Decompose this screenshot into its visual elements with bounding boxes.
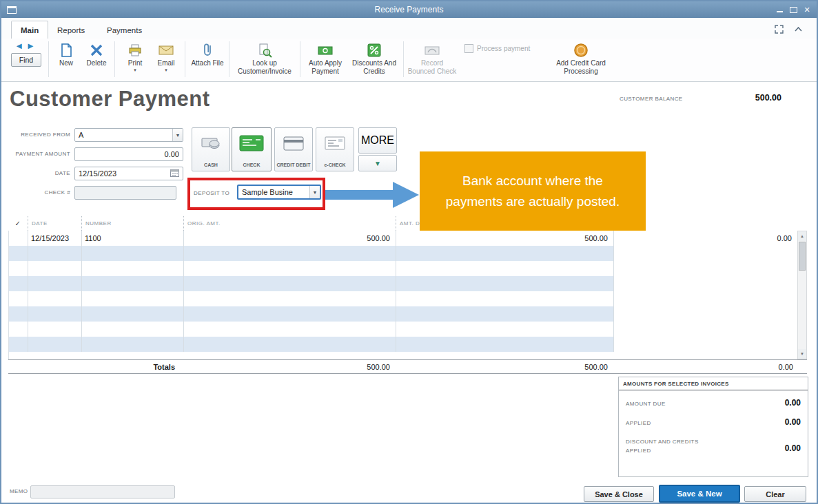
save-new-button[interactable]: Save & New bbox=[659, 485, 740, 503]
echeck-icon bbox=[316, 132, 354, 154]
chevron-down-icon: ▼ bbox=[374, 160, 381, 167]
tab-main[interactable]: Main bbox=[11, 21, 48, 39]
payment-amount-field[interactable]: 0.00 bbox=[74, 147, 183, 161]
invoice-row-1[interactable]: 12/15/2023 1100 500.00 500.00 0.00 bbox=[9, 231, 798, 246]
payment-amount-label: PAYMENT AMOUNT bbox=[1, 151, 70, 157]
toolbar-divider bbox=[185, 41, 185, 77]
process-payment-checkbox[interactable] bbox=[464, 44, 473, 53]
tab-main-label: Main bbox=[21, 26, 39, 34]
tab-payments-label: Payments bbox=[107, 26, 142, 34]
auto-apply-payment-icon bbox=[318, 41, 333, 59]
maximize-button[interactable] bbox=[786, 1, 800, 18]
date-column-header[interactable]: DATE bbox=[28, 216, 81, 231]
new-button[interactable]: New bbox=[54, 41, 79, 67]
totals-payment: 0.00 bbox=[613, 360, 807, 373]
payment-amount-value: 0.00 bbox=[165, 150, 179, 158]
memo-input[interactable] bbox=[30, 485, 175, 498]
add-credit-card-label: Add Credit Card Processing bbox=[550, 59, 612, 75]
attach-file-label: Attach File bbox=[191, 59, 223, 67]
email-button[interactable]: Email ▼ bbox=[152, 41, 181, 72]
more-methods-button[interactable]: MORE bbox=[358, 127, 397, 154]
clear-button[interactable]: Clear bbox=[744, 486, 806, 502]
received-from-label: RECEIVED FROM bbox=[1, 132, 70, 138]
invoice-table-body: 12/15/2023 1100 500.00 500.00 0.00 bbox=[8, 231, 798, 359]
minimize-button[interactable] bbox=[773, 1, 786, 18]
discount-applied-value: 0.00 bbox=[785, 443, 801, 453]
date-field[interactable]: 12/15/2023 bbox=[74, 167, 183, 180]
amount-due-value: 0.00 bbox=[785, 398, 801, 408]
calendar-icon[interactable] bbox=[170, 169, 179, 178]
tab-reports[interactable]: Reports bbox=[48, 21, 94, 39]
find-group: ◄► Find bbox=[8, 41, 44, 67]
empty-row[interactable] bbox=[9, 322, 798, 337]
nav-arrows-icon[interactable]: ◄► bbox=[14, 41, 38, 52]
delete-button[interactable]: Delete bbox=[81, 41, 112, 67]
print-button[interactable]: Print ▼ bbox=[121, 41, 149, 72]
checkmark-column-header[interactable]: ✓ bbox=[8, 216, 28, 231]
applied-value: 0.00 bbox=[785, 417, 801, 427]
credit-card-icon bbox=[275, 132, 312, 154]
save-close-button[interactable]: Save & Close bbox=[584, 486, 654, 502]
date-value: 12/15/2023 bbox=[79, 169, 170, 178]
orig-amt-column-header[interactable]: ORIG. AMT. bbox=[183, 216, 396, 231]
chevron-down-icon[interactable]: ▼ bbox=[172, 129, 183, 141]
discounts-button[interactable]: Discounts And Credits bbox=[350, 41, 398, 75]
record-bounced-button: Record Bounced Check bbox=[407, 41, 458, 75]
received-from-combobox[interactable]: A ▼ bbox=[74, 128, 183, 142]
print-dropdown-caret-icon[interactable]: ▼ bbox=[133, 68, 137, 73]
scroll-up-icon[interactable]: ▲ bbox=[798, 231, 806, 241]
annotation-arrow-icon bbox=[325, 179, 420, 211]
empty-row[interactable] bbox=[9, 261, 798, 276]
empty-row[interactable] bbox=[9, 306, 798, 322]
save-new-label: Save & New bbox=[677, 490, 722, 498]
cash-method-button[interactable]: CASH bbox=[192, 127, 230, 171]
applied-label: APPLIED bbox=[626, 420, 651, 426]
lookup-label: Look up Customer/Invoice bbox=[233, 59, 296, 75]
process-payment-option[interactable]: Process payment bbox=[464, 44, 530, 53]
cash-label: CASH bbox=[204, 162, 218, 168]
close-button[interactable]: ✕ bbox=[800, 1, 814, 18]
find-button[interactable]: Find bbox=[11, 53, 41, 67]
new-label: New bbox=[59, 59, 73, 67]
more-methods-caret-button[interactable]: ▼ bbox=[358, 155, 397, 171]
number-column-header[interactable]: NUMBER bbox=[81, 216, 183, 231]
table-cell: 500.00 bbox=[396, 231, 614, 246]
check-number-field[interactable] bbox=[74, 186, 176, 200]
auto-apply-label: Auto Apply Payment bbox=[303, 59, 347, 75]
process-payment-label: Process payment bbox=[477, 45, 530, 52]
email-dropdown-caret-icon[interactable]: ▼ bbox=[164, 68, 168, 73]
empty-row[interactable] bbox=[9, 337, 798, 352]
save-close-label: Save & Close bbox=[595, 490, 643, 498]
table-cell: 1100 bbox=[82, 231, 184, 246]
lookup-button[interactable]: Look up Customer/Invoice bbox=[233, 41, 296, 75]
auto-apply-button[interactable]: Auto Apply Payment bbox=[303, 41, 347, 75]
expand-ribbon-icon[interactable] bbox=[773, 23, 785, 34]
amount-due-label: AMOUNT DUE bbox=[626, 401, 666, 407]
paperclip-icon bbox=[202, 41, 213, 59]
tab-payments[interactable]: Payments bbox=[98, 21, 151, 39]
collapse-ribbon-icon[interactable] bbox=[792, 23, 804, 34]
invoice-table-header: ✓ DATE NUMBER ORIG. AMT. AMT. DUE PAYMEN… bbox=[8, 216, 797, 231]
more-label: MORE bbox=[361, 134, 394, 147]
check-method-button[interactable]: CHECK bbox=[232, 127, 272, 171]
empty-row[interactable] bbox=[9, 291, 798, 306]
empty-row[interactable] bbox=[9, 276, 798, 291]
payment-cell[interactable]: 0.00 bbox=[614, 231, 798, 246]
credit-debit-method-button[interactable]: CREDIT DEBIT bbox=[274, 127, 313, 171]
scrollbar-thumb[interactable] bbox=[799, 242, 806, 271]
credit-card-coin-icon bbox=[573, 41, 589, 59]
clear-label: Clear bbox=[766, 490, 785, 498]
totals-label: Totals bbox=[81, 360, 183, 373]
date-label: DATE bbox=[1, 170, 70, 176]
envelope-icon bbox=[159, 41, 174, 59]
table-scrollbar[interactable]: ▲ ▼ bbox=[797, 231, 807, 359]
attach-file-button[interactable]: Attach File bbox=[190, 41, 225, 67]
scroll-down-icon[interactable]: ▼ bbox=[798, 349, 806, 359]
empty-row[interactable] bbox=[9, 246, 798, 261]
add-credit-card-button[interactable]: Add Credit Card Processing bbox=[550, 41, 612, 75]
customer-balance-label: CUSTOMER BALANCE bbox=[620, 96, 683, 102]
discount-applied-label: DISCOUNT AND CREDITS APPLIED bbox=[626, 438, 715, 456]
toolbar-divider bbox=[300, 41, 300, 77]
tab-reports-label: Reports bbox=[57, 26, 85, 34]
echeck-method-button[interactable]: e-CHECK bbox=[316, 127, 354, 171]
